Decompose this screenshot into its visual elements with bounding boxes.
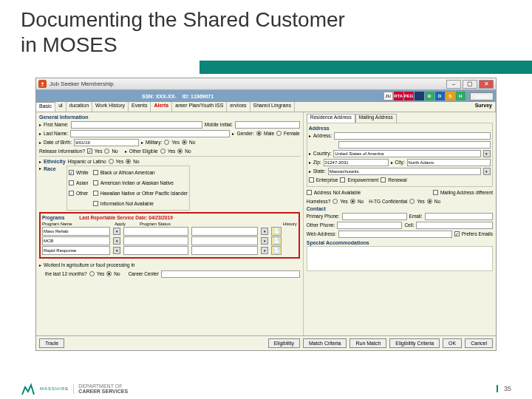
other-phone-input[interactable]	[337, 222, 402, 229]
tab-alerts[interactable]: Alerts	[151, 102, 172, 112]
group-general-info: General Information	[39, 115, 300, 120]
app-icon	[38, 80, 47, 88]
badge	[415, 92, 424, 100]
release-no-radio[interactable]	[104, 149, 109, 154]
close-button[interactable]: ✕	[479, 80, 494, 89]
maximize-button[interactable]: ▢	[463, 80, 477, 89]
last-name-input[interactable]	[70, 130, 230, 137]
dropdown-icon[interactable]: ▾	[483, 168, 491, 175]
race-hi-chk[interactable]	[93, 191, 98, 196]
ag-no[interactable]	[106, 271, 112, 276]
tab[interactable]: ul	[55, 102, 66, 112]
tgc-no[interactable]	[427, 199, 432, 204]
tab-education[interactable]: ducation	[66, 102, 92, 112]
program-name-input[interactable]	[42, 227, 110, 236]
tab-services[interactable]: ervices	[227, 102, 250, 112]
zip-input[interactable]	[324, 159, 389, 166]
race-asian-chk[interactable]	[69, 180, 74, 185]
web-input[interactable]	[338, 231, 452, 238]
dropdown-icon[interactable]: ▾	[261, 237, 268, 245]
cancel-button[interactable]: Cancel	[465, 338, 493, 348]
career-center-input[interactable]	[161, 270, 300, 278]
special-accom-box[interactable]	[307, 246, 493, 271]
tab-workhistory[interactable]: Work History	[92, 102, 129, 112]
homeless-yes[interactable]	[332, 199, 338, 204]
country-input[interactable]	[333, 150, 481, 157]
address2-input[interactable]	[338, 141, 491, 149]
dropdown-icon[interactable]: ▾	[261, 247, 268, 254]
ok-button[interactable]: OK	[443, 338, 462, 348]
dropdown-icon[interactable]: ▾	[113, 247, 120, 254]
history-button[interactable]: 📄	[271, 246, 282, 255]
flag-empowerment[interactable]	[340, 177, 345, 183]
first-name-label: First Name:	[44, 122, 69, 127]
run-match-button[interactable]: Run Match	[349, 338, 386, 348]
race-black-chk[interactable]	[93, 170, 98, 175]
race-ai-chk[interactable]	[93, 180, 98, 185]
release-yes-chk[interactable]	[87, 149, 92, 154]
addr-na-chk[interactable]	[307, 190, 312, 195]
elig-criteria-button[interactable]: Eligibility Criteria	[389, 338, 440, 348]
prefer-email-chk[interactable]	[454, 231, 460, 236]
dropdown-icon[interactable]: ▾	[113, 237, 120, 245]
tab-events[interactable]: Events	[129, 102, 151, 112]
status-input[interactable]	[191, 236, 258, 245]
dob-input[interactable]	[74, 139, 139, 146]
hisp-yes[interactable]	[109, 159, 114, 164]
gender-male-radio[interactable]	[256, 131, 262, 136]
state-input[interactable]	[328, 168, 481, 175]
status-input[interactable]	[191, 227, 258, 236]
ag-yes[interactable]	[89, 271, 95, 276]
tab-mailing-addr[interactable]: Mailing Address	[355, 114, 397, 123]
badge: RTA	[394, 92, 403, 100]
flag-renewal[interactable]	[381, 177, 386, 183]
program-name-input[interactable]	[42, 246, 110, 255]
program-name-input[interactable]	[42, 236, 110, 245]
tab-shared[interactable]: Shared Lingrans	[250, 102, 295, 112]
cell-input[interactable]	[416, 222, 493, 229]
tab-basic[interactable]: Basic	[36, 102, 55, 112]
history-button[interactable]: 📄	[271, 236, 282, 245]
badge: S	[446, 92, 455, 100]
tab-careerplan[interactable]: areer Plan/Youth ISS	[172, 102, 227, 112]
address-group: Address	[309, 126, 491, 131]
other-elig-no[interactable]	[177, 149, 183, 154]
homeless-no[interactable]	[350, 199, 355, 204]
other-elig-yes[interactable]	[160, 149, 166, 154]
minimize-button[interactable]: –	[446, 80, 461, 89]
flag-enterprise[interactable]	[309, 177, 314, 183]
race-white-chk[interactable]	[69, 170, 74, 175]
email-input[interactable]	[425, 213, 493, 220]
tgc-yes[interactable]	[409, 199, 415, 204]
status-badges: JU RTA PEG B D S H	[383, 92, 466, 100]
race-na-chk[interactable]	[93, 201, 98, 206]
city-input[interactable]	[407, 159, 491, 166]
apply-input[interactable]	[123, 246, 188, 255]
military-no-radio[interactable]	[182, 140, 187, 145]
apply-input[interactable]	[123, 236, 188, 245]
military-label: Military:	[146, 140, 162, 145]
eligibility-button[interactable]: Eligibility	[268, 338, 300, 348]
military-yes-radio[interactable]	[164, 140, 169, 145]
program-row: ▾ ▾ 📄	[42, 227, 297, 236]
primary-phone-input[interactable]	[342, 213, 407, 220]
hisp-no[interactable]	[126, 159, 131, 164]
apply-input[interactable]	[123, 227, 188, 236]
dropdown-icon[interactable]: ▾	[113, 228, 120, 235]
trade-button[interactable]: Trade	[39, 338, 64, 348]
dropdown-icon[interactable]: ▾	[483, 150, 491, 157]
tab-residence-addr[interactable]: Residence Address	[307, 114, 355, 123]
address-input[interactable]	[334, 132, 491, 140]
mail-diff-chk[interactable]	[433, 190, 438, 195]
badge: JU	[383, 92, 393, 100]
race-other-chk[interactable]	[69, 191, 74, 196]
history-button[interactable]: 📄	[271, 227, 282, 236]
gender-female-radio[interactable]	[276, 131, 282, 136]
mi-input[interactable]	[235, 121, 300, 129]
first-name-input[interactable]	[71, 121, 202, 129]
notes-button[interactable]: Notes	[470, 92, 494, 100]
status-input[interactable]	[191, 246, 258, 255]
tab-survey[interactable]: Survey	[472, 102, 496, 112]
match-criteria-button[interactable]: Match Criteria	[303, 338, 347, 348]
dropdown-icon[interactable]: ▾	[261, 228, 268, 235]
